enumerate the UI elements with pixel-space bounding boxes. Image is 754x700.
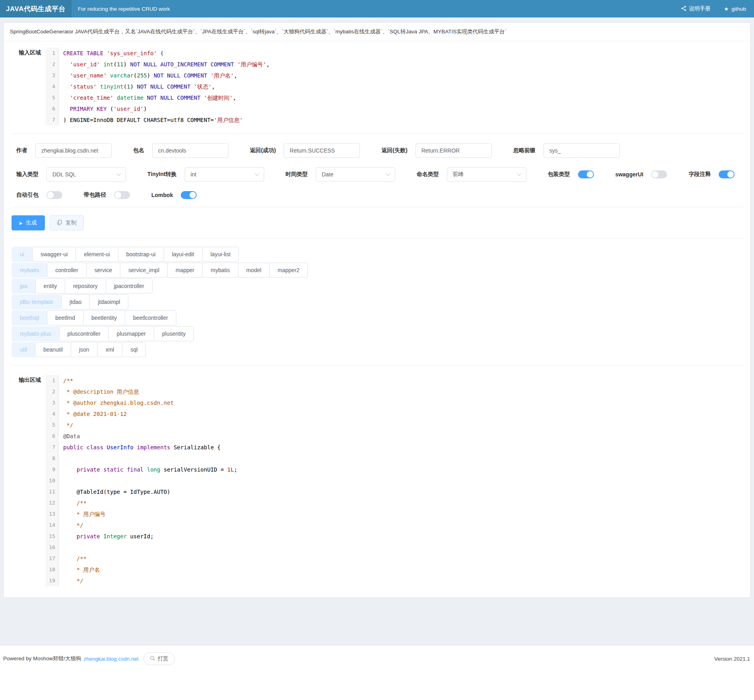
tab-beetlcontroller[interactable]: beetlcontroller bbox=[125, 310, 176, 325]
tab-swagger-ui[interactable]: swagger-ui bbox=[32, 247, 76, 262]
chevron-down-icon bbox=[517, 171, 521, 176]
form-row-2: 输入类型 DDL SQL TinyInt转换 int 时间类型 bbox=[16, 167, 743, 182]
tab-mybatis[interactable]: mybatis bbox=[202, 263, 238, 278]
powered-by: Powered by Moshow郑锴/大狼狗 zhengkai.blog.cs… bbox=[3, 652, 175, 665]
return-error-label: 返回(失败) bbox=[381, 147, 407, 154]
ignore-prefix-field: 忽略前缀 bbox=[513, 143, 620, 158]
tab-layui-list[interactable]: layui-list bbox=[202, 247, 239, 262]
tab-mapper2[interactable]: mapper2 bbox=[269, 263, 308, 278]
app-tagline: For reducing the repetitive CRUD work bbox=[78, 6, 170, 12]
ignore-prefix-input[interactable] bbox=[543, 143, 620, 158]
blog-link[interactable]: zhengkai.blog.csdn.net bbox=[84, 656, 139, 662]
github-link[interactable]: ★ github bbox=[724, 6, 746, 12]
package-field: 包名 bbox=[133, 143, 228, 158]
line-number: 3 bbox=[46, 70, 58, 81]
form-row-3: 自动引包 带包路径 Lombok bbox=[16, 191, 743, 199]
tab-service[interactable]: service bbox=[86, 263, 120, 278]
tab-mapper[interactable]: mapper bbox=[167, 263, 203, 278]
auto-import-switch[interactable] bbox=[46, 191, 62, 199]
package-input[interactable] bbox=[152, 143, 228, 158]
code-line: 7) ENGINE=InnoDB DEFAULT CHARSET=utf8 CO… bbox=[46, 114, 743, 126]
code-line: 12 /** bbox=[46, 497, 743, 509]
tab-jpacontroller[interactable]: jpacontroller bbox=[106, 278, 153, 294]
chevron-down-icon bbox=[386, 171, 390, 176]
code-line: 19 */ bbox=[46, 575, 743, 586]
tab-category-mybatis-plus[interactable]: mybatis-plus bbox=[12, 326, 60, 341]
code-line: 6@Data bbox=[46, 431, 743, 442]
tab-plusmapper[interactable]: plusmapper bbox=[108, 326, 154, 341]
powered-by-text: Powered by Moshow郑锴/大狼狗 bbox=[3, 655, 81, 662]
copy-button[interactable]: 复制 bbox=[50, 215, 84, 230]
tab-service_impl[interactable]: service_impl bbox=[120, 263, 168, 278]
line-number: 16 bbox=[46, 542, 58, 553]
action-buttons: ▶ 生成 复制 bbox=[12, 215, 743, 230]
author-input[interactable] bbox=[35, 143, 112, 158]
swagger-ui-switch[interactable] bbox=[651, 170, 667, 178]
line-number: 7 bbox=[46, 114, 58, 126]
field-comment-label: 字段注释 bbox=[688, 171, 711, 178]
tab-pluscontroller[interactable]: pluscontroller bbox=[59, 326, 109, 341]
tab-category-ui[interactable]: ui bbox=[12, 247, 33, 262]
manual-link[interactable]: 说明手册 bbox=[681, 5, 711, 12]
tab-layui-edit[interactable]: layui-edit bbox=[164, 247, 203, 262]
tab-repository[interactable]: repository bbox=[65, 278, 106, 294]
sql-input-editor[interactable]: 1CREATE TABLE 'sys_user_info' (2 'user_i… bbox=[46, 46, 743, 126]
tinyint-convert-select[interactable]: int bbox=[185, 167, 264, 182]
wrapper-type-switch[interactable] bbox=[578, 170, 594, 178]
tab-category-jdbc-template[interactable]: jdbc-template bbox=[12, 294, 62, 309]
tab-row-beetlsql: beetlsqlbeetlmdbeetlentitybeetlcontrolle… bbox=[12, 310, 743, 325]
tab-xml[interactable]: xml bbox=[97, 342, 123, 357]
tab-jtdaoimpl[interactable]: jtdaoimpl bbox=[89, 294, 128, 309]
package-path-switch[interactable] bbox=[114, 191, 130, 199]
lombok-switch[interactable] bbox=[181, 191, 197, 199]
donate-button[interactable]: 打赏 bbox=[143, 652, 175, 665]
manual-link-label: 说明手册 bbox=[689, 5, 711, 12]
tab-beetlentity[interactable]: beetlentity bbox=[83, 310, 125, 325]
tab-bootstrap-ui[interactable]: bootstrap-ui bbox=[118, 247, 164, 262]
donate-button-label: 打赏 bbox=[158, 655, 168, 662]
generate-button-label: 生成 bbox=[26, 219, 37, 226]
tab-controller[interactable]: controller bbox=[47, 263, 87, 278]
naming-type-select[interactable]: 驼峰 bbox=[447, 167, 526, 182]
code-line: 3 * @author zhengkai.blog.csdn.net bbox=[46, 397, 743, 408]
time-type-select[interactable]: Date bbox=[316, 167, 395, 182]
play-icon: ▶ bbox=[19, 221, 23, 225]
code-line: 3 'user_name' varchar(255) NOT NULL COMM… bbox=[46, 70, 743, 81]
code-line: 7public class UserInfo implements Serial… bbox=[46, 442, 743, 453]
tab-category-mybatis[interactable]: mybatis bbox=[12, 263, 47, 278]
tab-category-beetlsql[interactable]: beetlsql bbox=[12, 310, 47, 325]
tab-jtdao[interactable]: jtdao bbox=[61, 294, 90, 309]
code-line: 13 * 用户编号 bbox=[46, 509, 743, 520]
line-number: 7 bbox=[46, 442, 58, 453]
tab-element-ui[interactable]: element-ui bbox=[75, 247, 118, 262]
tab-json[interactable]: json bbox=[71, 342, 98, 357]
return-success-input[interactable] bbox=[284, 143, 360, 158]
tab-plusentity[interactable]: plusentity bbox=[154, 326, 194, 341]
lombok-label: Lombok bbox=[151, 192, 173, 198]
tab-entity[interactable]: entity bbox=[35, 278, 65, 294]
swagger-ui-group: swaggerUI bbox=[615, 170, 667, 178]
tab-sql[interactable]: sql bbox=[122, 342, 146, 357]
field-comment-switch[interactable] bbox=[719, 170, 735, 178]
code-line: 15 private Integer userId; bbox=[46, 531, 743, 542]
line-number: 5 bbox=[46, 92, 58, 103]
tab-beanutil[interactable]: beanutil bbox=[35, 342, 71, 357]
tab-beetlmd[interactable]: beetlmd bbox=[47, 310, 83, 325]
code-line: 8 bbox=[46, 453, 743, 464]
naming-type-label: 命名类型 bbox=[417, 171, 439, 178]
tinyint-convert-label: TinyInt转换 bbox=[147, 171, 177, 178]
tab-model[interactable]: model bbox=[238, 263, 270, 278]
code-line: 2 * @description 用户信息 bbox=[46, 386, 743, 397]
return-error-input[interactable] bbox=[416, 143, 492, 158]
app-logo[interactable]: JAVA代码生成平台 bbox=[0, 0, 72, 17]
ignore-prefix-label: 忽略前缀 bbox=[513, 147, 536, 154]
tab-category-jpa[interactable]: jpa bbox=[12, 278, 36, 294]
generate-button[interactable]: ▶ 生成 bbox=[12, 215, 45, 230]
java-output-editor[interactable]: 1/**2 * @description 用户信息3 * @author zhe… bbox=[46, 373, 743, 586]
wrapper-type-group: 包装类型 bbox=[548, 170, 594, 178]
code-line: 5 */ bbox=[46, 420, 743, 431]
tab-category-util[interactable]: util bbox=[12, 342, 35, 357]
code-line: 17 /** bbox=[46, 553, 743, 564]
code-line: 6 PRIMARY KEY ('user_id') bbox=[46, 103, 743, 114]
input-type-select[interactable]: DDL SQL bbox=[46, 167, 126, 182]
